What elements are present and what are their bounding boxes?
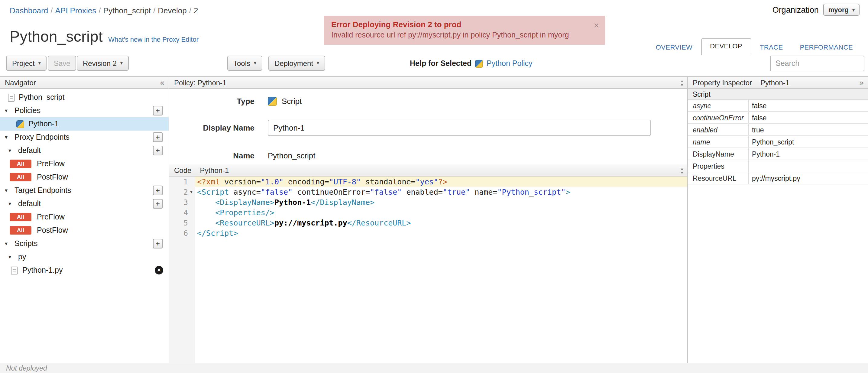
deployment-menu-button[interactable]: Deployment ▾ bbox=[268, 56, 325, 71]
code-line: <Script async="false" continueOnError="f… bbox=[197, 187, 687, 197]
add-script-button[interactable]: + bbox=[153, 239, 163, 248]
tools-menu-button[interactable]: Tools ▾ bbox=[227, 56, 262, 71]
property-value[interactable] bbox=[749, 160, 868, 172]
name-row: Name Python_script bbox=[169, 147, 315, 164]
breadcrumb-develop: Develop bbox=[158, 6, 186, 15]
name-label: Name bbox=[169, 151, 254, 160]
inspector-header: Property Inspector Python-1 » bbox=[688, 77, 868, 89]
save-button[interactable]: Save bbox=[48, 56, 76, 71]
toolbar: Project ▾ Save Revision 2 ▾ Tools ▾ Depl… bbox=[0, 54, 868, 72]
breadcrumb-dashboard-link[interactable]: Dashboard bbox=[10, 6, 48, 15]
line-number: 2▾ bbox=[169, 187, 195, 197]
nav-item-proxy-root[interactable]: Python_script bbox=[0, 91, 168, 104]
python-policy-help-link[interactable]: Python Policy bbox=[475, 54, 532, 72]
name-value: Python_script bbox=[268, 151, 315, 160]
collapse-panel-icon[interactable]: « bbox=[160, 77, 164, 89]
property-label: DisplayName bbox=[688, 148, 749, 160]
error-banner-title: Error Deploying Revision 2 to prod bbox=[331, 20, 587, 29]
breadcrumb-api-proxies-link[interactable]: API Proxies bbox=[55, 6, 96, 15]
tab-trace[interactable]: TRACE bbox=[751, 40, 792, 55]
property-label: enabled bbox=[688, 124, 749, 135]
nav-item-target-preflow[interactable]: All PreFlow bbox=[0, 210, 168, 224]
property-value[interactable]: py://myscript.py bbox=[749, 172, 868, 184]
property-label: async bbox=[688, 100, 749, 111]
line-number: 1 bbox=[169, 177, 195, 187]
property-value[interactable]: Python-1 bbox=[749, 148, 868, 160]
breadcrumb-separator: / bbox=[189, 6, 191, 15]
inspector-row: name Python_script bbox=[688, 136, 868, 148]
all-badge: All bbox=[10, 226, 31, 235]
code-lines[interactable]: <?xml version="1.0" encoding="UTF-8" sta… bbox=[195, 177, 687, 363]
nav-section-policies[interactable]: ▾ Policies + bbox=[0, 104, 168, 117]
property-value[interactable]: false bbox=[749, 100, 868, 111]
navigator-header: Navigator « bbox=[0, 77, 168, 89]
chevron-down-icon: ▾ bbox=[120, 60, 123, 66]
property-value[interactable]: true bbox=[749, 124, 868, 135]
search-input[interactable] bbox=[770, 56, 864, 71]
policy-panel-title: Policy: Python-1 bbox=[174, 78, 226, 87]
panel-resize-icon[interactable]: ▴ ▾ bbox=[681, 166, 683, 175]
chevron-down-icon: ▾ bbox=[681, 170, 683, 175]
organization-select[interactable]: myorg ▾ bbox=[824, 4, 860, 16]
triangle-down-icon: ▾ bbox=[5, 134, 10, 140]
property-value[interactable]: Python_script bbox=[749, 136, 868, 148]
nav-item-label: PreFlow bbox=[37, 160, 65, 168]
nav-item-label: default bbox=[18, 146, 41, 155]
tools-menu-label: Tools bbox=[233, 59, 250, 67]
add-policy-button[interactable]: + bbox=[153, 106, 163, 116]
nav-section-label: Proxy Endpoints bbox=[14, 133, 69, 142]
add-target-endpoint-button[interactable]: + bbox=[153, 186, 163, 195]
inspector-section-header: Script bbox=[688, 89, 868, 100]
nav-item-python-1[interactable]: Python-1 bbox=[0, 117, 168, 131]
property-label: ResourceURL bbox=[688, 172, 749, 184]
whats-new-link[interactable]: What's new in the Proxy Editor bbox=[108, 36, 198, 43]
nav-item-proxy-postflow[interactable]: All PostFlow bbox=[0, 170, 168, 184]
all-badge: All bbox=[10, 173, 31, 181]
organization-label: Organization bbox=[773, 5, 819, 14]
code-panel-header: Code Python-1 ▴ ▾ bbox=[169, 164, 687, 177]
close-icon[interactable]: × bbox=[594, 20, 599, 30]
line-number: 5 bbox=[169, 218, 195, 228]
chevron-down-icon: ▾ bbox=[317, 60, 319, 66]
collapse-panel-icon[interactable]: » bbox=[860, 77, 864, 89]
nav-section-proxy-endpoints[interactable]: ▾ Proxy Endpoints + bbox=[0, 131, 168, 144]
code-gutter: 12▾3456 bbox=[169, 177, 195, 363]
display-name-row: Display Name bbox=[169, 119, 651, 136]
tab-overview[interactable]: OVERVIEW bbox=[647, 40, 701, 55]
breadcrumb-separator: / bbox=[98, 6, 101, 15]
tab-performance[interactable]: PERFORMANCE bbox=[791, 40, 861, 55]
line-number: 3 bbox=[169, 197, 195, 207]
project-menu-button[interactable]: Project ▾ bbox=[6, 56, 47, 71]
code-line: <DisplayName>Python-1</DisplayName> bbox=[197, 197, 687, 207]
property-label: continueOnError bbox=[688, 112, 749, 123]
nav-item-target-postflow[interactable]: All PostFlow bbox=[0, 224, 168, 237]
triangle-down-icon: ▾ bbox=[8, 201, 14, 207]
type-row: Type Script bbox=[169, 93, 302, 110]
nav-section-scripts[interactable]: ▾ Scripts + bbox=[0, 237, 168, 250]
add-flow-button[interactable]: + bbox=[153, 199, 163, 209]
chevron-down-icon: ▾ bbox=[254, 60, 256, 66]
add-flow-button[interactable]: + bbox=[153, 146, 163, 155]
nav-item-proxy-preflow[interactable]: All PreFlow bbox=[0, 157, 168, 170]
nav-item-python-1-py[interactable]: Python-1.py × bbox=[0, 263, 168, 277]
inspector-table: Script async false continueOnError false… bbox=[688, 89, 868, 184]
panel-resize-icon[interactable]: ▴ ▾ bbox=[681, 79, 683, 87]
nav-section-target-endpoints[interactable]: ▾ Target Endpoints + bbox=[0, 184, 168, 197]
deployment-status-text: Not deployed bbox=[6, 365, 47, 372]
nav-item-label: Python-1.py bbox=[22, 266, 63, 275]
fold-icon[interactable]: ▾ bbox=[188, 187, 195, 197]
code-line: <ResourceURL>py://myscript.py</ResourceU… bbox=[197, 218, 687, 228]
nav-item-label: default bbox=[18, 199, 41, 208]
add-proxy-endpoint-button[interactable]: + bbox=[153, 132, 163, 142]
revision-menu-button[interactable]: Revision 2 ▾ bbox=[77, 56, 129, 71]
project-menu-label: Project bbox=[12, 59, 35, 67]
tab-develop[interactable]: DEVELOP bbox=[701, 38, 751, 55]
delete-file-icon[interactable]: × bbox=[155, 266, 163, 275]
nav-group-py[interactable]: ▾ py bbox=[0, 250, 168, 263]
nav-item-target-default[interactable]: ▾ default + bbox=[0, 197, 168, 210]
display-name-input[interactable] bbox=[268, 119, 651, 136]
nav-item-label: py bbox=[18, 253, 26, 261]
nav-item-proxy-default[interactable]: ▾ default + bbox=[0, 144, 168, 157]
property-value[interactable]: false bbox=[749, 112, 868, 123]
main-area: Navigator « Python_script ▾ Policies + P… bbox=[0, 76, 868, 363]
